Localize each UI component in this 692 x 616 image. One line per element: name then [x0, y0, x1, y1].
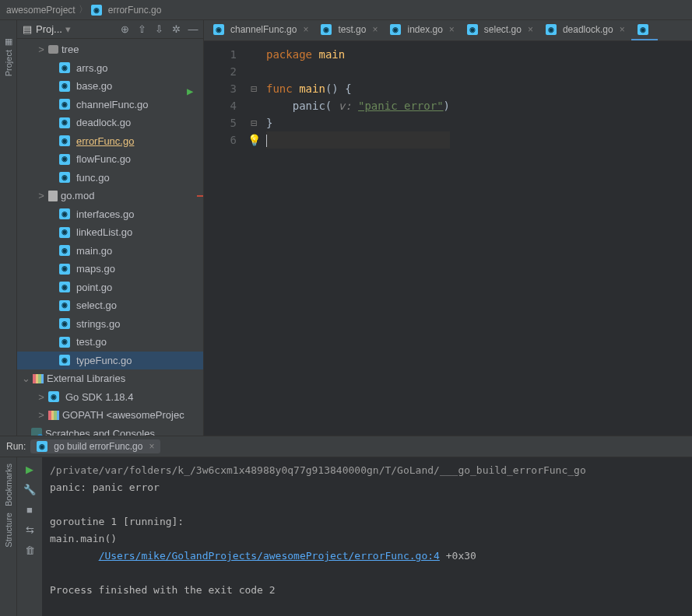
wrench-icon[interactable]: 🔧 — [24, 484, 35, 495]
tree-item[interactable]: ◉interfaces.go — [17, 205, 203, 224]
tab-label: index.go — [407, 24, 442, 35]
tree-item-label: Go SDK 1.18.4 — [65, 390, 133, 405]
project-tree[interactable]: >tree◉arrs.go◉base.go◉channelFunc.go◉dea… — [17, 39, 203, 436]
tab-label: select.go — [484, 24, 522, 35]
tree-item[interactable]: Scratches and Consoles — [17, 425, 203, 436]
tree-item[interactable]: ◉maps.go — [17, 260, 203, 278]
tree-item[interactable]: ◉strings.go — [17, 315, 203, 334]
go-file-icon: ◉ — [59, 135, 70, 146]
editor-tabs: ◉channelFunc.go×◉test.go×◉index.go×◉sele… — [204, 20, 692, 41]
target-icon[interactable]: ⊕ — [119, 24, 130, 35]
tree-item-label: deadlock.go — [76, 115, 131, 131]
tree-item[interactable]: ◉func.go — [17, 169, 203, 187]
tree-item-label: strings.go — [76, 317, 120, 332]
breadcrumb-file[interactable]: errorFunc.go — [108, 5, 162, 16]
tree-item-label: External Libraries — [47, 371, 125, 387]
tree-item[interactable]: ◉linkedList.go — [17, 223, 203, 242]
editor-tab[interactable]: ◉index.go× — [384, 20, 460, 40]
go-file-icon: ◉ — [638, 24, 648, 35]
stop-icon[interactable]: ■ — [24, 504, 35, 515]
run-toolbar: ▶ 🔧 ■ ⇆ 🗑 — [17, 457, 42, 616]
chevron-icon[interactable]: > — [37, 188, 45, 204]
hide-icon[interactable]: — — [188, 24, 198, 35]
close-icon[interactable]: × — [149, 441, 154, 452]
editor-body[interactable]: 1 2 ▶3 4 5 6 ⊟ ⊟💡 package main func main… — [204, 41, 692, 436]
run-console[interactable]: /private/var/folders/k_/3w6cxm1x48988y0q… — [42, 457, 692, 616]
tree-item[interactable]: ◉channelFunc.go — [17, 96, 203, 114]
fold-open-icon[interactable]: ⊟ — [251, 82, 257, 95]
tree-item[interactable]: ◉base.go — [17, 77, 203, 96]
go-file-icon: ◉ — [59, 62, 70, 73]
go-file-icon: ◉ — [59, 264, 70, 275]
editor-tab[interactable]: ◉test.go× — [314, 20, 384, 40]
tree-item[interactable]: ⌄External Libraries — [17, 369, 203, 388]
close-icon[interactable]: × — [620, 24, 625, 35]
go-file-icon: ◉ — [59, 300, 70, 311]
library-icon — [48, 411, 59, 420]
bookmarks-tool[interactable]: Bookmarks — [4, 464, 13, 506]
project-tool-icon[interactable]: ▦ — [3, 36, 14, 47]
left-tool-rail: ▦ Project — [0, 20, 17, 436]
chevron-icon[interactable]: > — [37, 408, 45, 423]
stack-trace-link[interactable]: /Users/mike/GolandProjects/awesomeProjec… — [99, 550, 440, 562]
collapse-all-icon[interactable]: ⇩ — [153, 24, 164, 35]
tree-item[interactable]: ◉flowFunc.go — [17, 150, 203, 169]
go-file-icon: ◉ — [59, 355, 70, 366]
go-file-icon: ◉ — [59, 81, 70, 92]
project-panel-header: ▤ Proj...▾ ⊕ ⇧ ⇩ ✲ — — [17, 20, 203, 39]
project-tool-label[interactable]: Project — [4, 50, 13, 76]
close-icon[interactable]: × — [528, 24, 533, 35]
fold-close-icon[interactable]: ⊟ — [251, 117, 257, 129]
text-caret — [266, 135, 267, 147]
go-file-icon: ◉ — [48, 391, 59, 402]
chevron-icon[interactable]: > — [37, 42, 45, 58]
editor-tab[interactable]: ◉deadlock.go× — [539, 20, 631, 40]
layout-icon[interactable]: ⇆ — [24, 524, 35, 535]
go-file-icon: ◉ — [59, 318, 70, 329]
tree-item[interactable]: ◉errorFunc.go — [17, 132, 203, 151]
go-file-icon: ◉ — [59, 227, 70, 238]
tree-item-label: flowFunc.go — [76, 152, 131, 167]
tree-item[interactable]: ◉typeFunc.go — [17, 352, 203, 370]
tree-item[interactable]: >tree — [17, 40, 203, 59]
chevron-icon[interactable]: ⌄ — [22, 371, 30, 387]
go-file-icon: ◉ — [91, 5, 102, 16]
tab-label: deadlock.go — [563, 24, 613, 35]
rerun-icon[interactable]: ▶ — [24, 464, 35, 474]
bottom-tool-rail: Bookmarks Structure — [0, 457, 17, 616]
line-gutter: 1 2 ▶3 4 5 6 — [204, 41, 244, 436]
tree-item[interactable]: ◉deadlock.go — [17, 114, 203, 132]
tree-item[interactable]: ◉select.go — [17, 296, 203, 315]
go-file-icon: ◉ — [213, 24, 224, 35]
expand-all-icon[interactable]: ⇧ — [136, 24, 147, 35]
tree-item[interactable]: ◉arrs.go — [17, 59, 203, 78]
tree-item[interactable]: >◉Go SDK 1.18.4 — [17, 388, 203, 407]
run-gutter-icon[interactable]: ▶ — [187, 82, 193, 100]
tab-label: channelFunc.go — [230, 24, 297, 35]
tree-item[interactable]: ◉main.go — [17, 242, 203, 261]
tree-item-label: test.go — [76, 334, 107, 350]
project-panel-title[interactable]: ▤ Proj...▾ — [22, 23, 71, 35]
code-area[interactable]: package main func main() { panic( v: "pa… — [263, 41, 450, 436]
run-config-tab[interactable]: ◉ go build errorFunc.go × — [30, 439, 160, 453]
trash-icon[interactable]: 🗑 — [24, 544, 35, 555]
close-icon[interactable]: × — [303, 24, 308, 35]
close-icon[interactable]: × — [372, 24, 378, 35]
breadcrumb-sep-icon: 〉 — [79, 3, 88, 16]
gear-icon[interactable]: ✲ — [170, 24, 181, 35]
tree-item-label: channelFunc.go — [76, 97, 149, 113]
chevron-icon[interactable]: > — [37, 390, 45, 405]
tree-item[interactable]: >go.mod — [17, 187, 203, 205]
tree-item[interactable]: ◉point.go — [17, 278, 203, 297]
editor-tab[interactable]: ◉channelFunc.go× — [207, 20, 314, 40]
editor-tab-overflow[interactable]: ◉ — [631, 20, 658, 40]
tree-item[interactable]: ◉test.go — [17, 333, 203, 352]
breadcrumb-project[interactable]: awesomeProject — [6, 5, 76, 16]
tree-item-label: interfaces.go — [76, 207, 134, 222]
close-icon[interactable]: × — [449, 24, 455, 35]
editor-tab[interactable]: ◉select.go× — [461, 20, 539, 40]
structure-tool[interactable]: Structure — [4, 513, 13, 548]
intention-bulb-icon[interactable]: 💡 — [248, 134, 261, 146]
tree-item[interactable]: >GOPATH <awesomeProjec — [17, 406, 203, 425]
go-file-icon: ◉ — [59, 99, 70, 110]
